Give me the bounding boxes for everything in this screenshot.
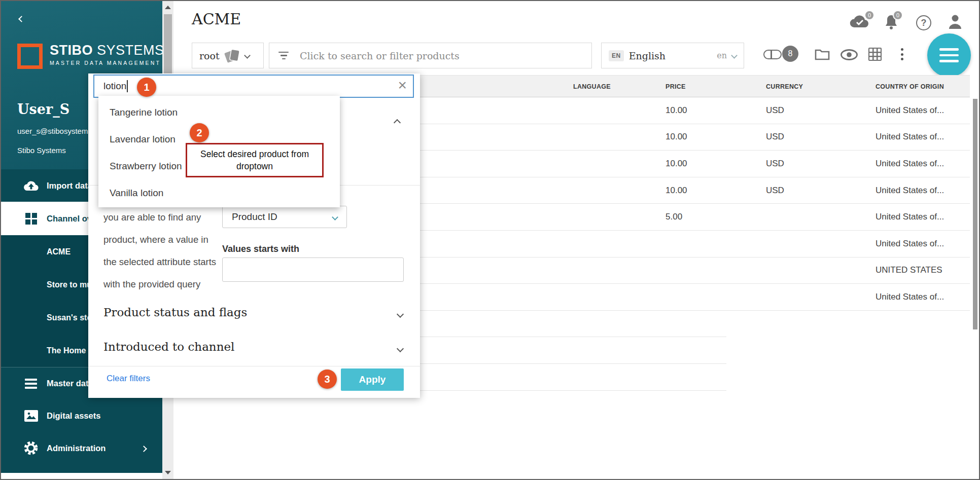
- sidebar-item-digital-assets[interactable]: Digital assets: [1, 399, 162, 432]
- column-header-currency[interactable]: CURRENCY: [766, 76, 803, 98]
- table-scrollbar-thumb[interactable]: [973, 99, 977, 329]
- brand-tagline: MASTER DATA MANAGEMENT: [50, 60, 162, 66]
- cell-country: UNITED STATES: [876, 257, 942, 284]
- table-view-button[interactable]: [868, 48, 882, 61]
- callout-line2: droptown: [236, 160, 273, 173]
- logo-square-icon: [17, 44, 43, 69]
- cell-country: United States of...: [876, 284, 944, 310]
- cell-currency: USD: [766, 97, 784, 124]
- annotation-callout: Select desired product from droptown: [186, 143, 324, 177]
- dashboard-grid-icon: [23, 211, 39, 226]
- image-icon: [23, 408, 39, 423]
- table-grid-icon: [868, 48, 882, 61]
- attribute-selector[interactable]: Product ID: [222, 206, 347, 228]
- description-line: with the provided query: [103, 273, 216, 296]
- scroll-down-arrow-icon[interactable]: [165, 471, 171, 474]
- cell-country: United States of...: [876, 124, 944, 151]
- suggestion-item[interactable]: Tangerine lotion: [98, 99, 340, 126]
- chevron-down-icon: [332, 214, 338, 220]
- search-description: you are able to find anyproduct, where a…: [103, 206, 216, 296]
- expand-introduced-button[interactable]: [398, 344, 403, 353]
- brand-light: SYSTEMS: [97, 43, 162, 58]
- sync-status-button[interactable]: 0: [849, 14, 869, 30]
- user-org: Stibo Systems: [17, 146, 66, 155]
- notifications-button[interactable]: 0: [885, 14, 898, 31]
- context-selector[interactable]: root: [192, 43, 264, 68]
- annotation-step-2: 2: [190, 123, 209, 142]
- description-line: you are able to find any: [103, 206, 216, 229]
- column-header-country[interactable]: COUNTRY OF ORIGIN: [876, 76, 944, 98]
- attribute-selector-value: Product ID: [232, 211, 277, 223]
- chevron-down-icon: [397, 311, 404, 318]
- stibo-logo: STIBO SYSTEMS MASTER DATA MANAGEMENT: [17, 43, 162, 69]
- cards-icon: [225, 48, 240, 63]
- app-window: STIBO SYSTEMS MASTER DATA MANAGEMENT Use…: [0, 0, 980, 480]
- cell-price: 10.00: [666, 177, 687, 204]
- cell-price: 10.00: [666, 97, 687, 124]
- filter-panel: lotion × you are able to find anyproduct…: [88, 73, 420, 398]
- section-product-status: Product status and flags: [103, 306, 247, 319]
- language-selector[interactable]: EN English en: [601, 43, 744, 68]
- context-selector-value: root: [199, 50, 220, 61]
- description-line: product, where a value in: [103, 229, 216, 251]
- expand-product-status-button[interactable]: [398, 310, 403, 319]
- cell-country: United States of...: [876, 204, 944, 230]
- sidebar-item-administration[interactable]: Administration: [1, 432, 162, 464]
- clear-filters-link[interactable]: Clear filters: [107, 374, 150, 384]
- collapse-section-button[interactable]: [395, 118, 400, 127]
- help-button[interactable]: ?: [916, 15, 931, 30]
- description-line: the selected attribute starts: [103, 251, 216, 273]
- list-icon: [23, 376, 39, 391]
- callout-line1: Select desired product from: [200, 148, 309, 161]
- language-short: en: [717, 51, 727, 60]
- annotation-step-1: 1: [137, 78, 156, 97]
- eye-icon: [841, 49, 858, 60]
- search-placeholder: Click to search or filter products: [300, 50, 460, 61]
- close-icon[interactable]: ×: [398, 78, 407, 93]
- cell-price: 10.00: [666, 124, 687, 151]
- filter-icon: [278, 52, 289, 60]
- text-caret: [127, 80, 128, 92]
- apply-button[interactable]: Apply: [341, 368, 404, 391]
- language-code-badge: EN: [609, 50, 624, 61]
- values-label: Values starts with: [222, 244, 299, 254]
- language-label: English: [629, 50, 717, 61]
- gear-icon: [23, 440, 39, 456]
- cell-price: 5.00: [666, 204, 682, 230]
- annotation-step-3: 3: [318, 370, 337, 389]
- sync-badge: 0: [864, 10, 874, 20]
- link-toggle-button[interactable]: [763, 50, 782, 59]
- user-name: User_S: [17, 101, 69, 117]
- cell-country: United States of...: [876, 177, 944, 204]
- scroll-up-arrow-icon[interactable]: [165, 6, 171, 9]
- chevron-left-icon: [18, 16, 25, 22]
- user-icon: [949, 14, 962, 29]
- sidebar-collapse-button[interactable]: [19, 14, 30, 25]
- notification-badge: 0: [893, 10, 903, 20]
- page-title: ACME: [192, 10, 241, 28]
- column-header-language[interactable]: LANGUAGE: [573, 76, 611, 98]
- preview-button[interactable]: [841, 49, 858, 62]
- values-input[interactable]: [222, 257, 404, 282]
- cell-country: United States of...: [876, 97, 944, 124]
- menu-fab-button[interactable]: [927, 33, 971, 77]
- link-toggle-icon: [763, 50, 782, 59]
- cell-price: 10.00: [666, 151, 687, 177]
- chevron-down-icon: [244, 52, 251, 59]
- product-search-input[interactable]: Click to search or filter products: [269, 43, 592, 68]
- cell-currency: USD: [766, 151, 784, 177]
- chevron-down-icon: [731, 52, 738, 59]
- account-button[interactable]: [949, 14, 962, 31]
- filter-search-value: lotion: [103, 81, 126, 92]
- cell-country: United States of...: [876, 231, 944, 257]
- cloud-upload-icon: [23, 178, 39, 193]
- more-options-button[interactable]: [901, 48, 903, 60]
- suggestion-item[interactable]: Vanilla lotion: [98, 179, 340, 206]
- column-header-price[interactable]: PRICE: [666, 76, 686, 98]
- mapped-count-badge: 8: [782, 46, 798, 62]
- section-introduced: Introduced to channel: [103, 340, 234, 353]
- footer-divider: [88, 366, 420, 366]
- cell-currency: USD: [766, 177, 784, 204]
- help-icon: ?: [916, 15, 931, 30]
- hamburger-icon: [939, 48, 959, 51]
